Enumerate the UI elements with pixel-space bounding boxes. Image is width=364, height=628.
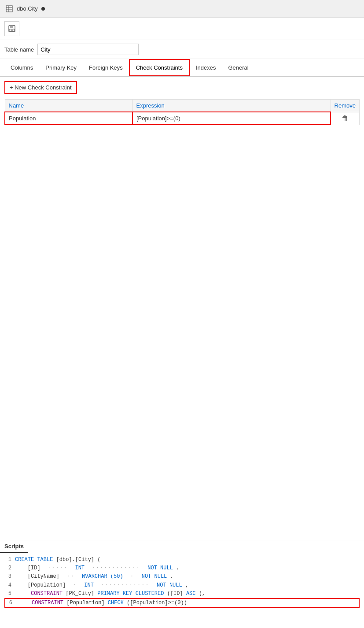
col-name-header: Name: [5, 100, 132, 112]
line-content-6: CONSTRAINT [Population] CHECK ([Populati…: [16, 599, 187, 607]
scripts-section: Scripts 1 CREATE TABLE [dbo].[City] ( 2 …: [0, 540, 364, 628]
table-icon: [5, 5, 13, 13]
constraint-remove-cell[interactable]: 🗑: [331, 112, 359, 125]
svg-rect-5: [10, 26, 13, 28]
svg-rect-0: [6, 6, 12, 12]
modified-dot: [41, 7, 45, 11]
content-area: + New Check Constraint Name Expression R…: [0, 77, 364, 130]
script-line-1: 1 CREATE TABLE [dbo].[City] (: [4, 556, 360, 564]
script-line-3: 3 [CityName] ·· NVARCHAR (50) · NOT NULL…: [4, 572, 360, 581]
table-name-input[interactable]: [37, 44, 139, 55]
constraints-table: Name Expression Remove Population [Popul…: [4, 99, 360, 125]
col-expression-header: Expression: [132, 100, 331, 112]
col-remove-header: Remove: [331, 100, 359, 112]
window-title: dbo.City: [17, 5, 38, 12]
tab-check-constraints[interactable]: Check Constraints: [129, 59, 190, 76]
save-icon: [8, 25, 16, 33]
table-name-label: Table name: [4, 46, 34, 53]
script-line-5: 5 CONSTRAINT [PK_City] PRIMARY KEY CLUST…: [4, 590, 360, 598]
script-line-6: 6 CONSTRAINT [Population] CHECK ([Popula…: [4, 598, 360, 608]
line-content-1: CREATE TABLE [dbo].[City] (: [15, 556, 100, 564]
constraint-expression-cell[interactable]: [Population]>=(0): [132, 112, 331, 125]
tab-foreign-keys[interactable]: Foreign Keys: [83, 60, 129, 75]
tab-primary-key[interactable]: Primary Key: [39, 60, 83, 75]
tab-columns[interactable]: Columns: [4, 60, 39, 75]
tabs-bar: Columns Primary Key Foreign Keys Check C…: [0, 59, 364, 77]
table-row: Population [Population]>=(0) 🗑: [5, 112, 360, 125]
scripts-body: 1 CREATE TABLE [dbo].[City] ( 2 [ID] ···…: [0, 553, 364, 611]
delete-icon[interactable]: 🗑: [342, 115, 349, 122]
save-button[interactable]: [4, 21, 19, 36]
line-content-2: [ID] ····· INT ············ NOT NULL ,: [15, 564, 179, 572]
new-check-constraint-button[interactable]: + New Check Constraint: [4, 81, 77, 94]
constraint-name-cell[interactable]: Population: [5, 112, 132, 125]
line-content-5: CONSTRAINT [PK_City] PRIMARY KEY CLUSTER…: [15, 590, 205, 598]
script-line-2: 2 [ID] ····· INT ············ NOT NULL ,: [4, 564, 360, 572]
line-num-3: 3: [4, 572, 11, 581]
line-content-3: [CityName] ·· NVARCHAR (50) · NOT NULL ,: [15, 572, 173, 581]
line-num-5: 5: [4, 590, 11, 598]
toolbar: [0, 18, 364, 40]
tab-indexes[interactable]: Indexes: [190, 60, 222, 75]
svg-rect-7: [11, 30, 13, 31]
line-num-6: 6: [5, 599, 12, 607]
line-num-1: 1: [4, 556, 11, 564]
title-bar: dbo.City: [0, 0, 364, 18]
line-num-2: 2: [4, 564, 11, 572]
script-line-4: 4 [Population] · INT ············ NOT NU…: [4, 581, 360, 590]
scripts-label: Scripts: [0, 540, 28, 553]
table-name-row: Table name: [0, 40, 364, 59]
line-content-4: [Population] · INT ············ NOT NULL…: [15, 581, 188, 590]
tab-general[interactable]: General: [222, 60, 254, 75]
line-num-4: 4: [4, 581, 11, 590]
